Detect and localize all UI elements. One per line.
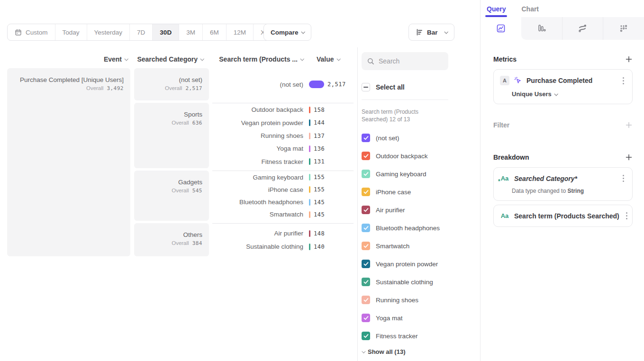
term-row-sustainable-clothing[interactable]: Sustainable clothing140 <box>212 240 354 253</box>
filter-item-air-purifier[interactable]: Air purifier <box>362 201 448 219</box>
chart-type-button[interactable]: Bar <box>408 24 454 41</box>
date-range-custom[interactable]: Custom <box>8 24 55 40</box>
breakdown-menu-button[interactable] <box>621 174 626 183</box>
checked-checkbox[interactable] <box>362 332 370 340</box>
bar-chart-icon <box>416 28 423 36</box>
column-header-search-term[interactable]: Search term (Products ... <box>212 55 303 63</box>
metric-card[interactable]: A Purchase Completed Unique Users <box>493 69 633 104</box>
filter-item-running-shoes[interactable]: Running shoes <box>362 291 448 309</box>
checked-checkbox[interactable] <box>362 224 370 232</box>
term-row-fitness-tracker[interactable]: Fitness tracker131 <box>212 155 354 168</box>
value-text: 148 <box>314 230 325 237</box>
tab-query[interactable]: Query <box>487 5 506 17</box>
tab-chart[interactable]: Chart <box>521 5 539 17</box>
checked-checkbox[interactable] <box>362 314 370 322</box>
show-all-button[interactable]: Show all (13) <box>362 348 448 355</box>
checked-checkbox[interactable] <box>362 242 370 250</box>
select-all-checkbox[interactable] <box>362 83 370 91</box>
checked-checkbox[interactable] <box>362 260 370 268</box>
filter-item-yoga-mat[interactable]: Yoga mat <box>362 309 448 327</box>
category-cell-others[interactable]: OthersOverall384 <box>134 223 209 256</box>
filter-item-bluetooth-headphones[interactable]: Bluetooth headphones <box>362 219 448 237</box>
filter-heading: Filter <box>493 121 509 129</box>
filter-item-label: Yoga mat <box>376 315 403 322</box>
insights-chart-icon <box>496 24 506 33</box>
sidebar-tabs: Query Chart <box>481 0 644 17</box>
checked-checkbox[interactable] <box>362 206 370 214</box>
data-type-note: Data type changed to String <box>512 188 626 194</box>
search-box[interactable] <box>362 52 448 70</box>
term-row-gaming-keyboard[interactable]: Gaming keyboard155 <box>212 171 354 183</box>
checked-checkbox[interactable] <box>362 152 370 160</box>
add-filter-button[interactable] <box>625 121 633 129</box>
category-cell-sports[interactable]: SportsOverall636 <box>134 103 209 168</box>
date-range-7d[interactable]: 7D <box>130 24 153 40</box>
date-range-yesterday[interactable]: Yesterday <box>87 24 130 40</box>
filter-item-vegan-protein-powder[interactable]: Vegan protein powder <box>362 255 448 273</box>
term-row-air-purifier[interactable]: Air purifier148 <box>212 227 354 240</box>
term-group-others: Air purifier148Sustainable clothing140 <box>212 223 354 256</box>
filter-item-label: Fitness tracker <box>376 333 418 340</box>
term-group-not-set: (not set)2,517 <box>212 68 354 100</box>
checked-checkbox[interactable] <box>362 170 370 178</box>
filter-item-outdoor-backpack[interactable]: Outdoor backpack <box>362 147 448 165</box>
filter-item-not-set[interactable]: (not set) <box>362 129 448 147</box>
value-text: 131 <box>314 158 325 165</box>
value-bar <box>309 230 310 237</box>
category-cell-not-set[interactable]: (not set)Overall2,517 <box>134 68 209 100</box>
column-header-searched-category[interactable]: Searched Category <box>134 55 209 63</box>
chevron-down-icon <box>301 30 305 34</box>
tab-retention[interactable] <box>603 17 644 40</box>
term-row-iphone-case[interactable]: iPhone case155 <box>212 183 354 196</box>
filter-item-label: iPhone case <box>376 189 411 196</box>
tab-flows[interactable] <box>562 17 603 40</box>
panel-divider <box>357 47 358 361</box>
column-header-event[interactable]: Event <box>7 55 130 63</box>
date-range-group: CustomTodayYesterday7D30D3M6M12MXTD <box>7 24 289 41</box>
checked-checkbox[interactable] <box>362 188 370 196</box>
search-input[interactable] <box>379 57 443 65</box>
aggregation-selector[interactable]: Unique Users <box>512 90 626 98</box>
checked-checkbox[interactable] <box>362 134 370 142</box>
term-row-smartwatch[interactable]: Smartwatch145 <box>212 208 354 221</box>
category-cell-gadgets[interactable]: GadgetsOverall545 <box>134 171 209 221</box>
show-all-label: Show all (13) <box>368 348 405 355</box>
filter-item-sustainable-clothing[interactable]: Sustainable clothing <box>362 273 448 291</box>
add-breakdown-button[interactable] <box>625 153 633 161</box>
value-bar <box>309 145 310 152</box>
event-cell[interactable]: Purchase Completed [Unique Users] Overal… <box>7 68 130 256</box>
filter-item-smartwatch[interactable]: Smartwatch <box>362 237 448 255</box>
checked-checkbox[interactable] <box>362 278 370 286</box>
date-range-30d[interactable]: 30D <box>153 24 179 40</box>
date-range-6m[interactable]: 6M <box>203 24 227 40</box>
filter-item-fitness-tracker[interactable]: Fitness tracker <box>362 327 448 345</box>
breakdown-menu-button[interactable] <box>624 211 629 220</box>
date-range-today[interactable]: Today <box>55 24 87 40</box>
value-text: 145 <box>314 211 325 218</box>
breakdown-property-name: Searched Category* <box>514 175 616 182</box>
term-row-bluetooth-headphones[interactable]: Bluetooth headphones145 <box>212 196 354 208</box>
breakdown-card-search-term[interactable]: Aa Search term (Products Searched) <box>493 205 633 227</box>
filter-item-label: Bluetooth headphones <box>376 225 440 232</box>
date-range-12m[interactable]: 12M <box>227 24 254 40</box>
tab-insights[interactable] <box>481 17 521 40</box>
value-bar <box>309 244 310 250</box>
breakdown-card-searched-category[interactable]: Aa* Searched Category* Data type changed… <box>493 167 633 201</box>
metric-menu-button[interactable] <box>621 76 626 85</box>
compare-button[interactable]: Compare <box>263 24 311 41</box>
list-caption: Search term (Products Searched) 12 of 13 <box>362 108 443 123</box>
term-row-not-set[interactable]: (not set)2,517 <box>212 78 354 91</box>
checked-checkbox[interactable] <box>362 296 370 304</box>
term-row-outdoor-backpack[interactable]: Outdoor backpack158 <box>212 103 354 116</box>
date-range-3m[interactable]: 3M <box>179 24 203 40</box>
tab-funnels[interactable] <box>521 17 562 40</box>
term-row-running-shoes[interactable]: Running shoes137 <box>212 129 354 142</box>
select-all-row[interactable]: Select all <box>362 83 448 91</box>
filter-item-gaming-keyboard[interactable]: Gaming keyboard <box>362 165 448 183</box>
term-row-vegan-protein-powder[interactable]: Vegan protein powder144 <box>212 116 354 129</box>
column-header-value[interactable]: Value <box>317 55 340 63</box>
filter-item-iphone-case[interactable]: iPhone case <box>362 183 448 201</box>
term-row-yoga-mat[interactable]: Yoga mat136 <box>212 142 354 155</box>
add-metric-button[interactable] <box>625 55 633 63</box>
divider <box>362 99 448 100</box>
